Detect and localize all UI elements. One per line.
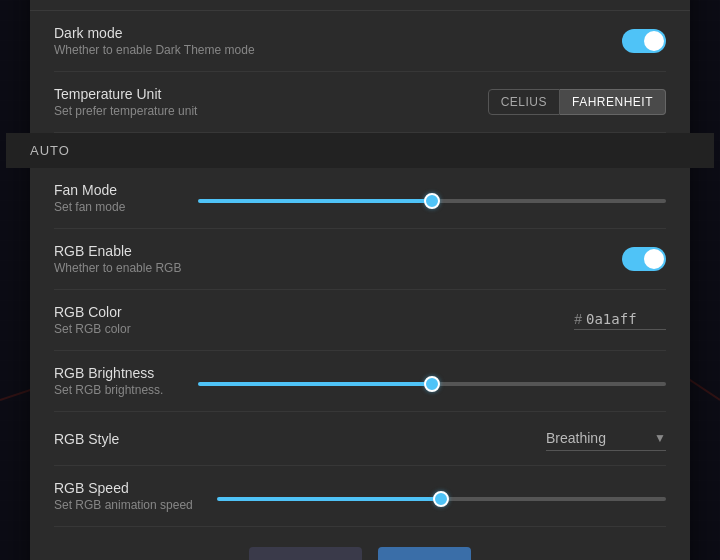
fan-mode-slider-container <box>198 189 666 207</box>
toggle-thumb <box>644 31 664 51</box>
rgb-brightness-label: RGB Brightness <box>54 365 174 381</box>
save-button[interactable]: SAVE <box>378 547 470 560</box>
rgb-speed-row: RGB Speed Set RGB animation speed <box>54 466 666 527</box>
temperature-unit-group: CELIUS FAHRENHEIT <box>488 89 666 115</box>
dark-mode-toggle[interactable] <box>622 29 666 53</box>
rgb-color-text-input[interactable] <box>586 311 666 327</box>
dialog-header: Settings × <box>30 0 690 11</box>
rgb-enable-label-group: RGB Enable Whether to enable RGB <box>54 243 181 275</box>
rgb-color-label-group: RGB Color Set RGB color <box>54 304 131 336</box>
temperature-unit-row: Temperature Unit Set prefer temperature … <box>54 72 666 133</box>
hash-symbol: # <box>574 311 582 327</box>
rgb-color-sublabel: Set RGB color <box>54 322 131 336</box>
rgb-speed-sublabel: Set RGB animation speed <box>54 498 193 512</box>
dark-mode-sublabel: Whether to enable Dark Theme mode <box>54 43 255 57</box>
dialog-actions: CANCEL SAVE <box>30 547 690 560</box>
temp-unit-celius-button[interactable]: CELIUS <box>488 89 560 115</box>
rgb-brightness-slider[interactable] <box>198 382 666 386</box>
dark-mode-label-group: Dark mode Whether to enable Dark Theme m… <box>54 25 255 57</box>
settings-body-2: Fan Mode Set fan mode RGB Enable Whether… <box>30 168 690 527</box>
rgb-speed-slider-container <box>217 487 666 505</box>
cancel-button[interactable]: CANCEL <box>249 547 362 560</box>
rgb-color-row: RGB Color Set RGB color # <box>54 290 666 351</box>
rgb-toggle-thumb <box>644 249 664 269</box>
rgb-color-input-group: # <box>574 311 666 330</box>
rgb-style-value: Breathing <box>546 430 606 446</box>
rgb-style-dropdown[interactable]: Breathing ▼ <box>546 426 666 451</box>
rgb-brightness-sublabel: Set RGB brightness. <box>54 383 174 397</box>
fan-mode-label-group: Fan Mode Set fan mode <box>54 182 174 214</box>
rgb-enable-label: RGB Enable <box>54 243 181 259</box>
fan-mode-row: Fan Mode Set fan mode <box>54 168 666 229</box>
rgb-style-label: RGB Style <box>54 431 119 447</box>
rgb-brightness-row: RGB Brightness Set RGB brightness. <box>54 351 666 412</box>
rgb-speed-label-group: RGB Speed Set RGB animation speed <box>54 480 193 512</box>
rgb-brightness-slider-container <box>198 372 666 390</box>
auto-label: AUTO <box>30 143 70 158</box>
fan-mode-slider[interactable] <box>198 199 666 203</box>
temp-unit-fahrenheit-button[interactable]: FAHRENHEIT <box>560 89 666 115</box>
rgb-color-label: RGB Color <box>54 304 131 320</box>
rgb-enable-row: RGB Enable Whether to enable RGB <box>54 229 666 290</box>
dark-mode-row: Dark mode Whether to enable Dark Theme m… <box>54 11 666 72</box>
settings-body: Dark mode Whether to enable Dark Theme m… <box>30 11 690 133</box>
fan-mode-sublabel: Set fan mode <box>54 200 174 214</box>
auto-label-row: AUTO <box>6 133 714 168</box>
dark-mode-label: Dark mode <box>54 25 255 41</box>
temperature-unit-label: Temperature Unit <box>54 86 197 102</box>
rgb-style-label-group: RGB Style <box>54 431 119 447</box>
settings-dialog: Settings × Dark mode Whether to enable D… <box>30 0 690 560</box>
temperature-unit-label-group: Temperature Unit Set prefer temperature … <box>54 86 197 118</box>
rgb-speed-label: RGB Speed <box>54 480 193 496</box>
rgb-brightness-label-group: RGB Brightness Set RGB brightness. <box>54 365 174 397</box>
rgb-style-row: RGB Style Breathing ▼ <box>54 412 666 466</box>
temperature-unit-sublabel: Set prefer temperature unit <box>54 104 197 118</box>
rgb-enable-sublabel: Whether to enable RGB <box>54 261 181 275</box>
rgb-enable-toggle[interactable] <box>622 247 666 271</box>
dropdown-arrow-icon: ▼ <box>654 431 666 445</box>
fan-mode-label: Fan Mode <box>54 182 174 198</box>
rgb-speed-slider[interactable] <box>217 497 666 501</box>
